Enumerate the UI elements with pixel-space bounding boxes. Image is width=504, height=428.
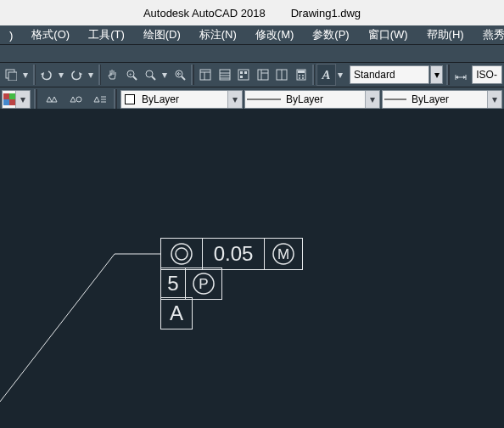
lineweight-combo-label: ByLayer bbox=[408, 93, 487, 105]
svg-rect-17 bbox=[240, 71, 243, 74]
svg-rect-18 bbox=[244, 71, 247, 74]
markup-icon[interactable] bbox=[273, 65, 291, 85]
lineweight-preview-icon bbox=[384, 97, 406, 102]
svg-point-41 bbox=[176, 248, 188, 260]
chevron-down-icon: ▾ bbox=[487, 91, 501, 108]
text-style-a-icon[interactable]: A bbox=[316, 64, 336, 86]
pan-icon[interactable] bbox=[104, 65, 121, 85]
menu-window[interactable]: 窗口(W) bbox=[359, 27, 417, 42]
undo-icon[interactable] bbox=[38, 65, 56, 85]
svg-point-27 bbox=[299, 75, 300, 76]
svg-rect-26 bbox=[298, 70, 305, 73]
gdt-tolerance-value: 0.05 bbox=[202, 238, 265, 270]
menu-ext[interactable]: 燕秀工具 bbox=[473, 27, 504, 42]
undo-drop[interactable]: ▾ bbox=[57, 65, 65, 85]
quickcalc-icon[interactable] bbox=[292, 65, 310, 85]
text-style-combo[interactable]: Standard bbox=[350, 65, 429, 84]
flyout-1-icon[interactable] bbox=[3, 65, 20, 85]
dimstyle-icon[interactable] bbox=[452, 65, 470, 85]
gdt-modifier-m-icon: M bbox=[264, 238, 303, 270]
svg-rect-9 bbox=[200, 70, 210, 80]
svg-text:+: + bbox=[129, 71, 132, 76]
chevron-down-icon: ▾ bbox=[365, 91, 379, 108]
zoom-drop[interactable]: ▾ bbox=[160, 65, 169, 85]
svg-rect-36 bbox=[3, 99, 9, 105]
svg-point-30 bbox=[302, 77, 304, 79]
layer-prev-icon[interactable] bbox=[42, 89, 62, 110]
separator bbox=[312, 65, 315, 85]
menu-modify[interactable]: 修改(M) bbox=[246, 27, 304, 42]
gdt-modifier-p-icon: P bbox=[185, 268, 222, 300]
app-name: Autodesk AutoCAD 2018 bbox=[143, 7, 266, 20]
svg-text:M: M bbox=[277, 246, 289, 262]
zoom-realtime-icon[interactable]: + bbox=[123, 65, 141, 85]
tool-palettes-icon[interactable] bbox=[235, 65, 253, 85]
separator bbox=[191, 65, 193, 85]
svg-text:P: P bbox=[199, 276, 208, 292]
gdt-frame-row2: 5 P bbox=[160, 268, 222, 300]
leader-line bbox=[0, 219, 170, 406]
drawing-canvas[interactable]: 0.05 M 5 P A bbox=[0, 109, 504, 428]
layer-state-icon[interactable] bbox=[89, 89, 109, 110]
title-bar: Autodesk AutoCAD 2018 Drawing1.dwg bbox=[0, 0, 504, 25]
svg-line-8 bbox=[182, 76, 185, 80]
menu-bar: ) 格式(O) 工具(T) 绘图(D) 标注(N) 修改(M) 参数(P) 窗口… bbox=[0, 25, 504, 45]
svg-rect-1 bbox=[8, 72, 17, 81]
text-style-value: Standard bbox=[354, 69, 395, 81]
zoom-previous-icon[interactable] bbox=[171, 65, 189, 85]
menu-partial-left[interactable]: ) bbox=[0, 29, 22, 42]
lineweight-combo[interactable]: ByLayer ▾ bbox=[382, 90, 502, 109]
svg-point-40 bbox=[171, 244, 192, 264]
menu-dimension[interactable]: 标注(N) bbox=[190, 27, 246, 42]
dim-style-combo[interactable]: ISO- bbox=[472, 65, 502, 84]
svg-rect-16 bbox=[238, 70, 249, 80]
panel-strip bbox=[0, 45, 504, 63]
gdt-frame-row1: 0.05 M bbox=[160, 238, 303, 270]
color-combo-label: ByLayer bbox=[138, 93, 227, 105]
svg-rect-35 bbox=[9, 93, 15, 99]
linetype-combo[interactable]: ByLayer ▾ bbox=[244, 90, 380, 109]
chevron-down-icon: ▾ bbox=[227, 91, 242, 108]
gdt-frame-row3: A bbox=[160, 297, 193, 329]
layer-color-swatch[interactable]: ▾ bbox=[2, 90, 31, 109]
menu-format[interactable]: 格式(O) bbox=[22, 27, 79, 42]
menu-param[interactable]: 参数(P) bbox=[303, 27, 358, 42]
linetype-combo-label: ByLayer bbox=[283, 93, 365, 105]
svg-point-37 bbox=[76, 97, 81, 102]
design-center-icon[interactable] bbox=[254, 65, 272, 85]
color-combo[interactable]: ByLayer ▾ bbox=[120, 90, 243, 109]
flyout-1-drop[interactable]: ▾ bbox=[21, 65, 30, 85]
chevron-down-icon: ▾ bbox=[15, 91, 30, 108]
gdt-value-5: 5 bbox=[160, 268, 186, 300]
redo-drop[interactable]: ▾ bbox=[86, 65, 94, 85]
menu-tools[interactable]: 工具(T) bbox=[79, 27, 134, 42]
svg-line-3 bbox=[133, 76, 137, 80]
gdt-symbol-concentricity-icon bbox=[160, 238, 203, 270]
linetype-preview-icon bbox=[247, 97, 281, 102]
separator bbox=[98, 65, 101, 85]
filename: Drawing1.dwg bbox=[291, 7, 361, 20]
separator bbox=[446, 65, 449, 85]
separator bbox=[114, 89, 117, 110]
svg-rect-19 bbox=[240, 76, 243, 78]
text-style-arrow[interactable]: ▾ bbox=[430, 65, 444, 84]
svg-point-28 bbox=[302, 75, 304, 76]
menu-draw[interactable]: 绘图(D) bbox=[134, 27, 190, 42]
layer-iso-icon[interactable] bbox=[65, 89, 86, 110]
gdt-datum-a: A bbox=[160, 297, 193, 329]
svg-point-29 bbox=[299, 77, 300, 79]
toolbar-standard: ▾ ▾ ▾ + ▾ A ▾ Standard ▾ ISO- bbox=[0, 63, 504, 87]
properties-icon[interactable] bbox=[197, 65, 215, 85]
svg-line-6 bbox=[152, 76, 155, 80]
svg-rect-20 bbox=[258, 70, 268, 80]
dim-style-value: ISO- bbox=[476, 69, 497, 81]
svg-point-5 bbox=[146, 70, 153, 77]
sheetset-icon[interactable] bbox=[216, 65, 233, 85]
redo-icon[interactable] bbox=[68, 65, 86, 85]
menu-help[interactable]: 帮助(H) bbox=[417, 27, 473, 42]
separator bbox=[34, 89, 37, 110]
text-style-drop-icon[interactable]: ▾ bbox=[336, 65, 344, 85]
zoom-window-icon[interactable] bbox=[142, 65, 160, 85]
color-swatch-icon bbox=[125, 94, 135, 104]
separator bbox=[33, 65, 36, 85]
